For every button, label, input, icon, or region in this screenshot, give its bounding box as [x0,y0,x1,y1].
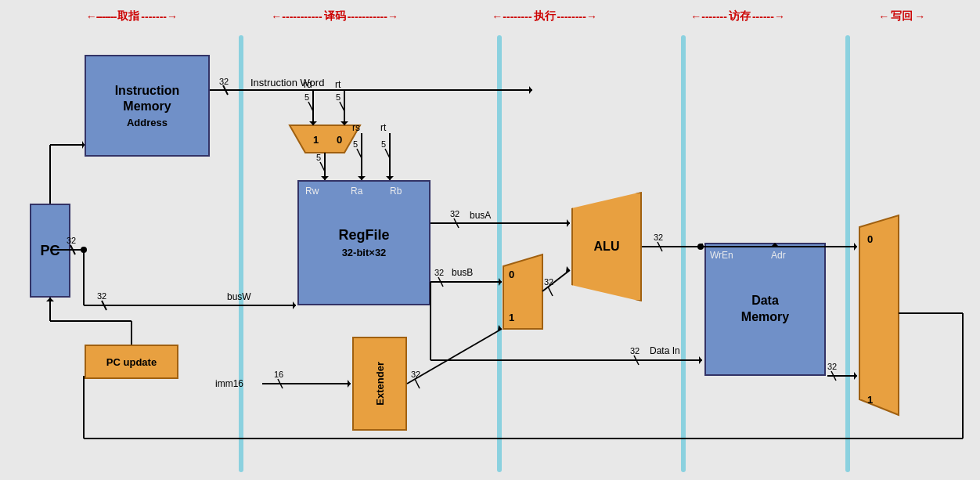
alu-label: ALU [594,240,620,254]
label-busa-32: 32 [450,209,459,218]
mux2-shape [503,254,542,329]
slash-rs-5 [357,149,362,158]
regfile-block: RegFile 32-bit×32 [297,180,431,305]
label-rs-5: 5 [353,139,358,149]
pc-block: PC [30,204,70,298]
label-rt-bot-5: 5 [381,139,386,149]
stage-fetch-arrow: ←------- [86,10,117,23]
arrow-dmem-mux3 [854,372,857,380]
mux3-label-0: 0 [867,233,873,245]
stage-mem-arrow2: ------→ [752,10,785,23]
pc-update-label: PC update [106,356,157,368]
label-rt-top: rt [335,79,341,90]
label-iword-32: 32 [219,77,229,86]
slash-iword-32 [223,85,228,95]
extender-block: Extender [352,337,407,431]
slash-datain [634,355,639,365]
label-busb: busB [452,267,473,278]
slash-ext-32 [415,379,420,388]
stage-fetch-arrow2: -------→ [141,10,178,23]
stage-mem-label: 访存 [729,9,751,23]
arrow-alu-mux3 [854,243,857,251]
instruction-memory-subtitle: Address [127,117,168,128]
stage-decode-arrow1: ←----------- [271,10,322,23]
divider-4 [845,35,850,472]
data-memory-title: DataMemory [741,293,789,326]
label-ext-32: 32 [411,370,420,379]
label-busa: busA [470,210,491,221]
main-container: ←------- 取指 -------→ ←----------- 译码 ---… [0,0,980,480]
mux1-label-1: 1 [313,134,319,146]
label-datain: Data In [650,345,680,356]
label-mux1-5: 5 [316,153,321,162]
arrow-imm16 [348,380,351,388]
arrow-busa [567,219,570,227]
label-rt-bot: rt [380,122,387,133]
slash-mux2-out [548,287,553,296]
data-memory-block: DataMemory [704,243,826,376]
label-rs: rs [352,122,360,133]
mux3-shape [859,215,899,415]
slash-dmem-32 [831,371,836,381]
label-datain-32: 32 [630,346,640,355]
label-busw-32: 32 [97,291,106,301]
stage-fetch: ←------- 取指 -------→ [86,9,178,23]
stage-mem: ←------- 访存 ------→ [690,9,785,23]
slash-alu-32 [658,242,662,251]
instruction-memory-block: InstructionMemory Address [85,55,210,157]
mux2-label-1: 1 [509,312,514,323]
label-instruction-word: Instruction Word [250,77,324,88]
divider-3 [681,35,686,472]
slash-pc-32 [70,245,75,254]
stage-fetch-label: 取指 [117,9,139,23]
mux3-label-1: 1 [867,394,873,406]
mux2-label-0: 0 [509,269,514,280]
arrow-datain [699,356,702,364]
instruction-memory-title: InstructionMemory [115,83,180,113]
stage-wb-arrow2: → [914,10,925,23]
stages-row: ←------- 取指 -------→ ←----------- 译码 ---… [39,4,972,29]
slash-rt-5 [340,102,344,111]
arrow-mux2-alu [566,266,570,272]
stage-decode-label: 译码 [324,9,346,23]
stage-decode: ←----------- 译码 -----------→ [271,9,398,23]
stage-wb: ← 写回 → [878,9,925,23]
stage-execute: ←-------- 执行 --------→ [492,9,597,23]
slash-mux1-5 [320,162,325,171]
label-rt-top-5: 5 [336,92,340,102]
slash-busb [438,277,443,287]
dot-alu-out [697,244,704,250]
stage-execute-arrow2: --------→ [557,10,597,23]
stage-execute-arrow1: ←-------- [492,10,531,23]
extender-label: Extender [374,362,386,406]
arrow-busw [293,301,296,309]
label-busb-32: 32 [434,268,444,277]
slash-imm16 [278,379,283,388]
stage-execute-label: 执行 [534,9,556,23]
arrow-iword [529,86,532,94]
mux1-label-0: 0 [337,134,342,146]
stage-mem-arrow1: ←------- [690,10,727,23]
wire-extender-mux2 [407,329,502,384]
label-alu-32: 32 [654,233,663,242]
label-rd: rd [304,79,312,90]
label-imm16-16: 16 [274,370,283,379]
arrow-rt-top [340,121,348,125]
dot-pc-wire [81,247,87,253]
alu-block: ALU [571,192,642,301]
stage-wb-label: 写回 [891,9,913,23]
pc-update-block: PC update [85,345,178,379]
regfile-title: RegFile [338,227,389,244]
wire-mux2-alu [542,270,570,291]
slash-rd-5 [308,102,313,111]
stage-wb-arrow1: ← [878,10,889,23]
label-rd-5: 5 [304,92,309,102]
mux1-shape [290,125,360,153]
regfile-subtitle: 32-bit×32 [342,247,387,258]
label-mux2-32: 32 [544,277,553,287]
slash-busa [454,218,459,228]
slash-busw [102,301,106,310]
divider-2 [497,35,502,472]
slash-rt-bot-5 [385,149,390,158]
label-dmem-32: 32 [827,362,837,371]
